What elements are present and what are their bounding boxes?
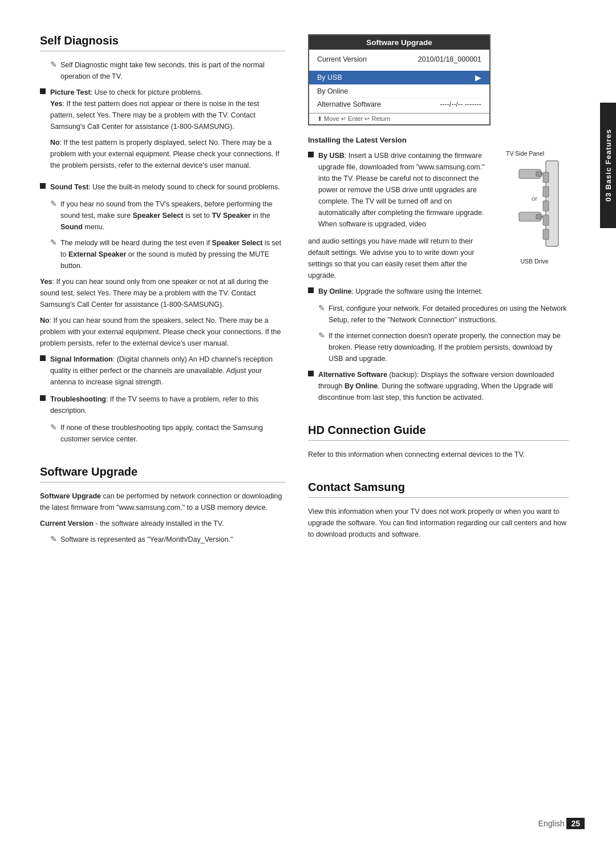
by-online-content: By Online: Upgrade the software using th… [318, 286, 569, 297]
sw-current-version-label: Current Version [317, 55, 367, 63]
hd-connection-text: Refer to this information when connectin… [308, 449, 569, 460]
software-upgrade-title-left: Software Upgrade [40, 465, 285, 482]
sw-by-usb-label: By USB [317, 74, 342, 82]
page-container: 03 Basic Features Self Diagnosis ✎ Self … [0, 0, 616, 852]
current-version-note: Current Version - the software already i… [40, 518, 285, 529]
bullet-square [308, 371, 314, 376]
by-online-item: By Online: Upgrade the software using th… [308, 286, 569, 297]
signal-info-label: Signal Information [50, 355, 113, 363]
sw-alt-software-label: Alternative Software [317, 100, 381, 108]
sidebar-tab: 03 Basic Features [600, 103, 616, 228]
sound-yes: Yes: If you can hear sound only from one… [40, 276, 285, 310]
sw-current-version-row: Current Version 2010/01/18_000001 [317, 53, 481, 66]
sound-test-item: Sound Test: Use the built-in melody soun… [40, 181, 285, 193]
tv-side-panel-svg: or [503, 158, 566, 255]
by-usb-content: By USB: Insert a USB drive containing th… [318, 150, 495, 230]
sidebar-tab-label: 03 Basic Features [604, 129, 613, 202]
page-number-area: English 25 [538, 818, 585, 829]
sound-no: No: If you can hear sound from the speak… [40, 315, 285, 349]
troubleshooting-item: Troubleshooting: If the TV seems to have… [40, 393, 285, 416]
bullet-square [308, 152, 314, 157]
by-online-text: : Upgrade the software using the Interne… [351, 287, 483, 295]
picture-test-content: Picture Test: Use to check for picture p… [50, 87, 285, 176]
sw-upgrade-body: Current Version 2010/01/18_000001 By USB… [309, 50, 489, 113]
sw-by-online-row[interactable]: By Online [317, 85, 481, 98]
note-icon-3: ✎ [50, 423, 57, 432]
alt-software-item: Alternative Software (backup): Displays … [308, 369, 569, 403]
picture-test-yes: Yes: If the test pattern does not appear… [50, 98, 285, 132]
alt-software-content: Alternative Software (backup): Displays … [318, 369, 569, 403]
sound-test-content: Sound Test: Use the built-in melody soun… [50, 181, 285, 193]
by-online-note-1: ✎ First, configure your network. For det… [318, 303, 569, 326]
sw-spacer [317, 66, 481, 71]
bullet-square [40, 183, 46, 189]
installing-title: Installing the Latest Version [308, 136, 569, 144]
alt-software-label: Alternative Software [318, 371, 387, 379]
sw-alt-software-value: ----/--/-- ------- [440, 100, 481, 108]
sw-by-usb-arrow: ▶ [475, 73, 481, 82]
bullet-square [308, 287, 314, 293]
by-online-note-2: ✎ If the internet connection doesn't ope… [318, 330, 569, 364]
svg-rect-4 [543, 215, 549, 225]
note-icon-1: ✎ [50, 199, 57, 208]
svg-text:or: or [532, 195, 537, 202]
page-number: 25 [566, 818, 585, 829]
sw-footer-controls: ⬆ Move ↵ Enter ↩ Return [317, 115, 391, 123]
sound-note-2: ✎ The melody will be heard during the te… [50, 237, 285, 271]
sw-by-online-label: By Online [317, 87, 348, 95]
sw-footer: ⬆ Move ↵ Enter ↩ Return [309, 113, 489, 124]
contact-samsung-section: Contact Samsung View this information wh… [308, 481, 569, 540]
language-label: English [538, 819, 565, 828]
right-column: Software Upgrade Current Version 2010/01… [308, 34, 569, 818]
picture-test-no: No: If the test pattern is properly disp… [50, 137, 285, 171]
note-icon-2: ✎ [50, 238, 57, 247]
sw-by-usb-row[interactable]: By USB ▶ [309, 71, 489, 85]
note-icon-5: ✎ [318, 303, 325, 313]
svg-rect-5 [543, 229, 549, 240]
svg-rect-3 [543, 201, 549, 211]
sound-test-label: Sound Test [50, 183, 88, 191]
bullet-square [40, 395, 46, 401]
picture-test-item: Picture Test: Use to check for picture p… [40, 87, 285, 176]
hd-connection-section: HD Connection Guide Refer to this inform… [308, 424, 569, 460]
picture-test-label: Picture Test [50, 88, 91, 96]
troubleshooting-note: ✎ If none of these troubleshooting tips … [50, 422, 285, 445]
sw-upgrade-box-header: Software Upgrade [309, 35, 489, 50]
signal-info-content: Signal Information: (Digital channels on… [50, 354, 285, 388]
hd-connection-title: HD Connection Guide [308, 424, 569, 441]
sw-current-version-value: 2010/01/18_000001 [418, 55, 481, 63]
installing-content: TV Side Panel or [308, 150, 569, 286]
note-icon-4: ✎ [50, 534, 57, 543]
svg-rect-2 [543, 186, 549, 197]
by-online-label: By Online [318, 287, 351, 295]
sound-note-1: ✎ If you hear no sound from the TV's spe… [50, 198, 285, 233]
sw-alt-software-row: Alternative Software ----/--/-- ------- [317, 98, 481, 111]
installing-section: Installing the Latest Version TV Side Pa… [308, 136, 569, 403]
signal-info-item: Signal Information: (Digital channels on… [40, 354, 285, 388]
bullet-square [40, 355, 46, 361]
bullet-square [40, 88, 46, 94]
svg-rect-1 [543, 172, 549, 182]
sw-upgrade-box: Software Upgrade Current Version 2010/01… [308, 34, 491, 125]
software-upgrade-section-left: Software Upgrade Software Upgrade can be… [40, 465, 285, 545]
left-column: Self Diagnosis ✎ Self Diagnostic might t… [40, 34, 285, 818]
picture-test-suffix: : Use to check for picture problems. [91, 88, 203, 96]
by-usb-label: By USB [318, 152, 345, 160]
software-note: ✎ Software is represented as "Year/Month… [50, 534, 285, 545]
main-content: Self Diagnosis ✎ Self Diagnostic might t… [0, 0, 600, 852]
self-diagnosis-title: Self Diagnosis [40, 34, 285, 51]
note-icon-6: ✎ [318, 331, 325, 340]
contact-samsung-text: View this information when your TV does … [308, 506, 569, 540]
software-upgrade-intro: Software Upgrade can be performed by net… [40, 490, 285, 513]
sound-test-suffix: : Use the built-in melody sound to check… [88, 183, 280, 191]
note-icon-pencil: ✎ [50, 60, 57, 69]
tv-diagram: TV Side Panel or [500, 150, 569, 265]
tv-side-panel-label: TV Side Panel [506, 150, 569, 157]
usb-drive-label: USB Drive [500, 258, 569, 265]
troubleshooting-content: Troubleshooting: If the TV seems to have… [50, 393, 285, 416]
by-usb-item: By USB: Insert a USB drive containing th… [308, 150, 495, 230]
contact-samsung-title: Contact Samsung [308, 481, 569, 498]
troubleshooting-label: Troubleshooting [50, 395, 106, 403]
self-diagnosis-section: Self Diagnosis ✎ Self Diagnostic might t… [40, 34, 285, 445]
by-usb-text: : Insert a USB drive containing the firm… [318, 152, 485, 228]
